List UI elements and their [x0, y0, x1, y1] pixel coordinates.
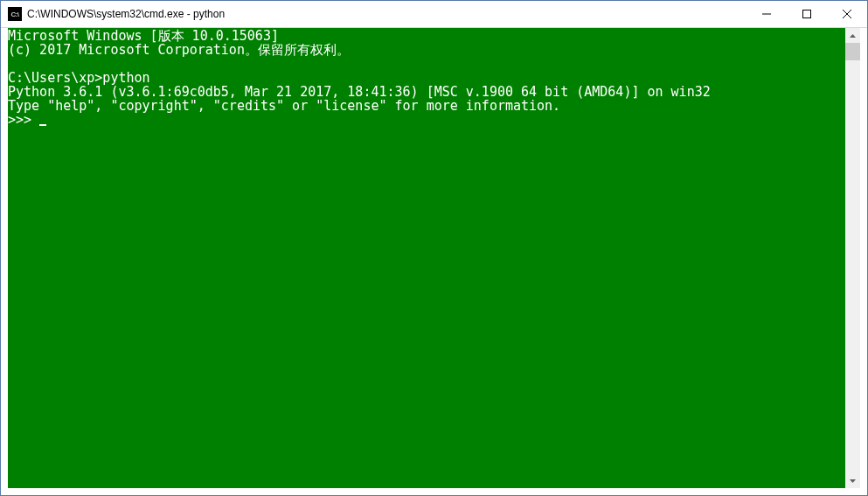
scroll-thumb[interactable]: [845, 43, 860, 60]
text-cursor: [39, 124, 46, 126]
title-bar[interactable]: C:\ C:\WINDOWS\system32\cmd.exe - python: [1, 1, 867, 28]
maximize-button[interactable]: [787, 1, 827, 27]
console-line: Type "help", "copyright", "credits" or "…: [8, 98, 560, 114]
scroll-up-arrow-icon[interactable]: [845, 28, 860, 43]
vertical-scrollbar[interactable]: [845, 28, 860, 488]
repl-prompt: >>>: [8, 112, 39, 128]
close-button[interactable]: [827, 1, 867, 27]
minimize-button[interactable]: [746, 1, 787, 27]
scroll-track[interactable]: [845, 43, 860, 473]
scroll-down-arrow-icon[interactable]: [845, 473, 860, 488]
window-title: C:\WINDOWS\system32\cmd.exe - python: [27, 8, 746, 20]
console-output[interactable]: Microsoft Windows [版本 10.0.15063] (c) 20…: [8, 28, 845, 488]
svg-marker-4: [850, 34, 856, 38]
window-controls: [746, 1, 867, 27]
console-line: (c) 2017 Microsoft Corporation。保留所有权利。: [8, 42, 350, 58]
svg-rect-1: [803, 10, 811, 18]
cmd-window: C:\ C:\WINDOWS\system32\cmd.exe - python…: [0, 0, 868, 496]
svg-marker-5: [850, 479, 856, 483]
cmd-icon: C:\: [8, 7, 22, 21]
client-area: Microsoft Windows [版本 10.0.15063] (c) 20…: [1, 28, 867, 495]
